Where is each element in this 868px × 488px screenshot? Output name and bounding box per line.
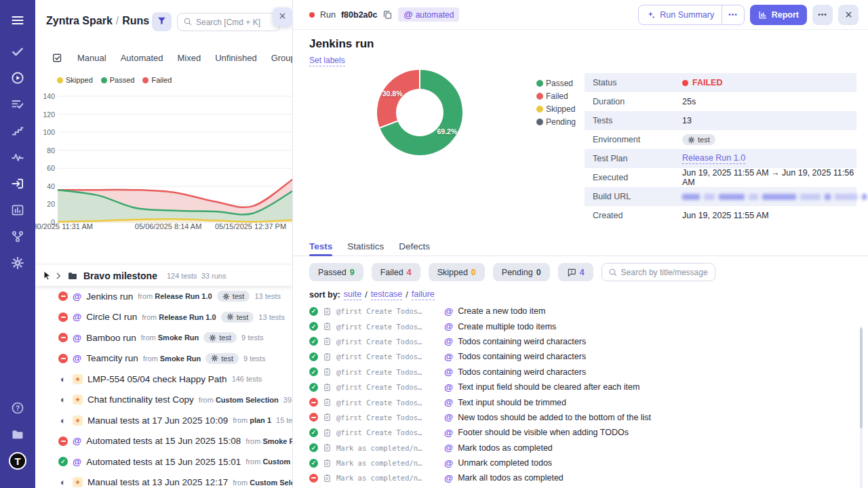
breadcrumb-project[interactable]: Zyntra Spark bbox=[46, 15, 113, 26]
sidebar-button-branch[interactable] bbox=[8, 227, 27, 246]
close-detail-button[interactable] bbox=[838, 5, 859, 25]
run-name: Automated tests at 15 Jun 2025 15:08 bbox=[86, 436, 241, 446]
sort-by-failure[interactable]: failure bbox=[412, 289, 435, 300]
breadcrumb-page: Runs bbox=[122, 15, 149, 26]
run-tests-count: 15 tests bbox=[276, 416, 293, 424]
test-row[interactable]: ✓@first Create Todos…@Create multiple to… bbox=[309, 319, 861, 333]
sidebar-button-folder[interactable] bbox=[8, 425, 27, 444]
tab-groups[interactable]: Groups bbox=[271, 53, 293, 63]
sidebar-button-help[interactable]: ? bbox=[8, 399, 27, 418]
run-row[interactable]: ◐Manual tests at 13 Jun 2025 12:17from C… bbox=[35, 472, 293, 488]
chevron-right-icon[interactable] bbox=[54, 271, 63, 281]
filter-chip-pending[interactable]: Pending0 bbox=[493, 263, 550, 281]
donut-legend-skipped[interactable]: Skipped bbox=[536, 104, 576, 114]
filter-chip-comments[interactable]: 4 bbox=[558, 263, 593, 281]
run-row[interactable]: @Automated tests at 15 Jun 2025 15:08fro… bbox=[35, 431, 293, 452]
copy-icon[interactable] bbox=[382, 9, 393, 20]
test-suite: @first Create Todos… bbox=[336, 428, 439, 436]
run-row[interactable]: ✓@Automated tests at 15 Jun 2025 15:01fr… bbox=[35, 451, 293, 472]
run-row[interactable]: ◐Manual tests at 17 Jun 2025 10:09from p… bbox=[35, 410, 293, 431]
test-row[interactable]: @first Create Todos…@Text input should b… bbox=[309, 394, 861, 409]
filter-chip-passed[interactable]: Passed9 bbox=[309, 263, 363, 281]
filter-button[interactable] bbox=[152, 12, 172, 31]
legend-failed[interactable]: Failed bbox=[142, 76, 172, 84]
gear-icon bbox=[222, 293, 230, 300]
test-title: Footer should be visible when adding TOD… bbox=[458, 428, 629, 437]
sidebar-button-report-box[interactable] bbox=[8, 201, 27, 220]
run-name: Chat functinality test Copy bbox=[87, 394, 194, 405]
menu-icon bbox=[11, 14, 24, 27]
sidebar-button-check[interactable] bbox=[8, 42, 27, 61]
close-icon bbox=[278, 12, 287, 22]
run-from-plan: Smoke Run bbox=[160, 354, 201, 363]
run-row[interactable]: ◐LMP-554 05/04 check Happy Path146 tests bbox=[35, 369, 293, 390]
filter-chip-failed[interactable]: Failed4 bbox=[372, 263, 420, 281]
run-row[interactable]: @Teamcity runfrom Smoke Runtest9 tests bbox=[35, 348, 293, 369]
tests-search-input[interactable] bbox=[621, 268, 709, 277]
run-tests-count: 13 tests bbox=[258, 313, 285, 321]
x-tick-label: 05/15/2025 12:37 PM bbox=[215, 222, 286, 230]
legend-passed[interactable]: Passed bbox=[101, 76, 135, 84]
run-row[interactable]: @Circle CI runfrom Release Run 1.0test13… bbox=[35, 307, 293, 328]
run-row[interactable]: @Jenkins runfrom Release Run 1.0test13 t… bbox=[35, 286, 293, 307]
tab-manual[interactable]: Manual bbox=[77, 53, 106, 63]
tab-defects[interactable]: Defects bbox=[399, 237, 430, 256]
automated-run-icon: @ bbox=[73, 457, 81, 467]
branch-icon bbox=[11, 230, 24, 243]
automated-test-icon: @ bbox=[444, 443, 453, 453]
legend-label: Skipped bbox=[546, 104, 575, 114]
test-row[interactable]: ✓@first Create Todos…@Create a new todo … bbox=[309, 304, 861, 319]
panel-close-button[interactable] bbox=[273, 7, 292, 26]
more-actions-button[interactable]: ••• bbox=[812, 5, 833, 25]
test-plan-link[interactable]: Release Run 1.0 bbox=[682, 153, 745, 164]
run-row[interactable]: ◐Chat functinality test Copyfrom Custom … bbox=[35, 390, 293, 411]
donut-legend-failed[interactable]: Failed bbox=[536, 92, 576, 101]
test-row[interactable]: ✓@first Create Todos…@Todos containing w… bbox=[309, 365, 861, 380]
tab-tests[interactable]: Tests bbox=[309, 237, 332, 256]
sidebar-button-pulse[interactable] bbox=[8, 148, 27, 167]
tab-automated[interactable]: Automated bbox=[121, 53, 163, 63]
clipboard-icon bbox=[323, 413, 332, 422]
legend-skipped[interactable]: Skipped bbox=[57, 76, 93, 84]
automated-test-icon: @ bbox=[444, 321, 453, 331]
sidebar-button-menu[interactable] bbox=[8, 11, 27, 30]
filter-chip-skipped[interactable]: Skipped0 bbox=[429, 263, 485, 281]
test-row[interactable]: ✓@first Create Todos…@Todos containing w… bbox=[309, 349, 861, 364]
tab-mixed[interactable]: Mixed bbox=[178, 53, 201, 63]
milestone-row[interactable]: Bravo milestone124 tests 33 runs bbox=[35, 265, 293, 286]
test-row[interactable]: ✓Mark as completed/n…@Mark todos as comp… bbox=[309, 441, 861, 455]
sidebar-button-play-circle[interactable] bbox=[8, 68, 27, 87]
runs-search-input[interactable] bbox=[196, 18, 274, 27]
run-name: Manual tests at 17 Jun 2025 10:09 bbox=[87, 415, 228, 426]
milestone-name: Bravo milestone bbox=[83, 270, 157, 281]
chip-count: 4 bbox=[580, 268, 585, 277]
sidebar-button-list-check[interactable] bbox=[8, 95, 27, 114]
donut-legend-passed[interactable]: Passed bbox=[536, 79, 576, 88]
test-row[interactable]: ✓Mark as completed/n…@Unmark completed t… bbox=[309, 455, 861, 470]
test-row[interactable]: ✓@first Create Todos…@Text input field s… bbox=[309, 380, 861, 394]
test-row[interactable]: ✓@first Create Todos…@Todos containing w… bbox=[309, 334, 861, 349]
result-donut-chart[interactable]: 69.2%30.8% bbox=[372, 65, 467, 160]
test-row[interactable]: Mark as completed/n…@Mark all todos as c… bbox=[309, 470, 861, 485]
scrollbar-thumb[interactable] bbox=[860, 328, 863, 428]
test-row[interactable]: @first Create Todos…@New todos should be… bbox=[309, 410, 861, 425]
donut-legend-pending[interactable]: Pending bbox=[536, 117, 576, 127]
sidebar-button-logo[interactable]: T bbox=[8, 451, 27, 470]
sidebar-button-gear[interactable] bbox=[8, 253, 27, 272]
tab-statistics[interactable]: Statistics bbox=[347, 237, 384, 256]
sidebar-button-steps[interactable] bbox=[8, 121, 27, 140]
report-button[interactable]: Report bbox=[750, 5, 807, 25]
set-labels-link[interactable]: Set labels bbox=[309, 56, 345, 66]
run-summary-button[interactable]: Run Summary ••• bbox=[638, 5, 744, 25]
run-summary-more-button[interactable]: ••• bbox=[722, 5, 744, 24]
chart-legend: SkippedPassedFailed bbox=[57, 76, 172, 84]
sort-by-suite[interactable]: suite bbox=[344, 289, 361, 300]
select-runs-icon[interactable] bbox=[52, 52, 63, 64]
test-row[interactable]: ✓@first Create Todos…@Footer should be v… bbox=[309, 425, 861, 440]
run-row[interactable]: @Bamboo runfrom Smoke Runtest9 tests bbox=[35, 327, 293, 348]
sidebar-button-sign-in[interactable] bbox=[8, 174, 27, 193]
tab-unfinished[interactable]: Unfinished bbox=[215, 53, 256, 63]
detail-label: Executed bbox=[593, 173, 682, 182]
area-chart[interactable] bbox=[58, 89, 293, 232]
sort-by-testcase[interactable]: testcase bbox=[371, 289, 403, 300]
